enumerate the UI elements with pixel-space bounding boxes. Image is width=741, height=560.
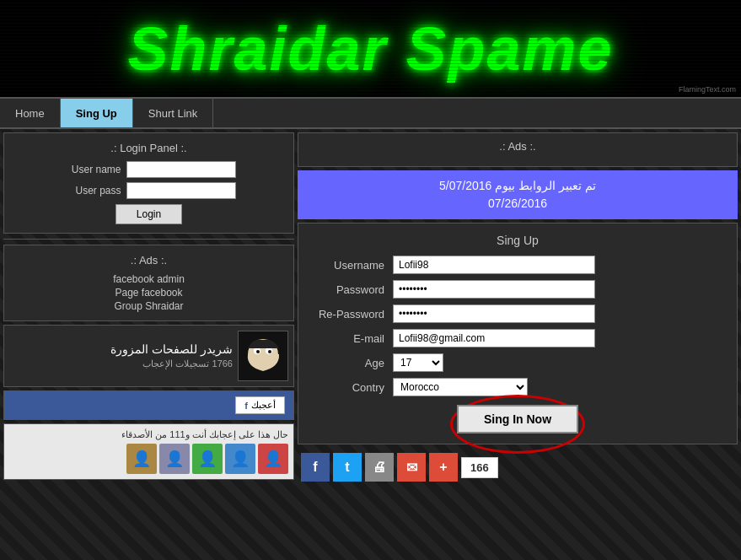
promo-text: شريدر للصفحات المزورة 1766 تسجيلات الإعج…	[9, 342, 233, 371]
ads-marquee: تم تعبير الروابط بيوم 5/07/2016 07/26/20…	[298, 170, 738, 219]
divider	[3, 239, 294, 240]
form-username-input[interactable]	[393, 256, 595, 274]
nav-item-home[interactable]: Home	[0, 99, 61, 127]
password-label: User pass	[62, 185, 121, 197]
fb-icon: f	[244, 401, 248, 411]
right-panel: .: Ads :. تم تعبير الروابط بيوم 5/07/201…	[298, 132, 738, 487]
plus-icon: +	[439, 460, 447, 475]
login-button[interactable]: Login	[115, 204, 182, 224]
form-row-repassword: Re-Password	[309, 304, 727, 323]
facebook-share-button[interactable]: f	[301, 453, 330, 482]
login-panel-title: .: Login Panel :.	[13, 142, 285, 154]
print-button[interactable]: 🖨	[365, 453, 394, 482]
mail-icon: ✉	[406, 460, 417, 476]
marquee-line1: تم تعبير الروابط بيوم 5/07/2016	[306, 177, 729, 195]
form-row-email: E-mail	[309, 329, 727, 347]
ads-left-panel: .: Ads :. facebook admin Page facebook G…	[3, 245, 294, 321]
ads-right-title: .: Ads :.	[305, 140, 730, 153]
social-bar: f t 🖨 ✉ + 166	[298, 448, 738, 487]
form-row-age: Age 17 15 16 18 19 20	[309, 353, 727, 372]
left-panel: .: Login Panel :. User name User pass Lo…	[3, 132, 294, 487]
friends-box: حال هذا على إعجابك أنت و111 من الأصدقاء …	[3, 423, 294, 480]
form-row-password: Password	[309, 280, 727, 299]
site-title: Shraidar Spame	[127, 14, 613, 83]
friend-avatar-3: 👤	[192, 444, 223, 474]
promo-avatar	[238, 331, 288, 381]
form-repassword-input[interactable]	[393, 304, 595, 323]
form-username-label: Username	[309, 259, 393, 272]
ads-links: facebook admin Page facebook Group Shrai…	[13, 273, 285, 312]
promo-title: شريدر للصفحات المزورة	[9, 342, 233, 358]
fb-like-button[interactable]: f أعجبك	[235, 396, 285, 414]
fb-like-label: أعجبك	[251, 400, 276, 411]
promo-subtitle: 1766 تسجيلات الإعجاب	[9, 358, 233, 370]
form-password-input[interactable]	[393, 280, 595, 299]
fb-like-box: f أعجبك	[3, 390, 294, 420]
login-panel: .: Login Panel :. User name User pass Lo…	[3, 132, 294, 234]
friend-avatar-5: 👤	[126, 444, 157, 474]
form-country-label: Contry	[309, 381, 393, 394]
username-input[interactable]	[126, 161, 236, 178]
friend-avatar-2: 👤	[225, 444, 255, 474]
age-select[interactable]: 17 15 16 18 19 20	[393, 353, 443, 372]
ads-right-panel: .: Ads :.	[298, 132, 738, 167]
form-password-label: Password	[309, 283, 393, 296]
marquee-line2: 07/26/2016	[306, 195, 729, 213]
ads-left-title: .: Ads :.	[13, 254, 285, 267]
promo-avatar-image	[240, 333, 287, 380]
svg-point-5	[268, 350, 271, 353]
ads-link-0[interactable]: facebook admin	[113, 273, 185, 285]
signup-title: Sing Up	[309, 234, 727, 247]
plus-share-button[interactable]: +	[429, 453, 458, 482]
ads-link-1[interactable]: Page facebook	[115, 287, 182, 299]
friend-avatar-4: 👤	[159, 444, 190, 474]
country-select[interactable]: Morocco Algeria Tunisia Egypt Saudi Arab…	[393, 378, 528, 396]
friend-avatar-1: 👤	[258, 444, 288, 474]
twitter-share-button[interactable]: t	[333, 453, 362, 482]
svg-point-4	[256, 350, 260, 353]
nav-item-singup[interactable]: Sing Up	[61, 99, 133, 127]
twitter-icon: t	[345, 460, 349, 475]
form-email-input[interactable]	[393, 329, 595, 347]
form-repassword-label: Re-Password	[309, 308, 393, 320]
signin-now-button[interactable]: Sing In Now	[457, 405, 578, 433]
main-layout: .: Login Panel :. User name User pass Lo…	[0, 129, 741, 490]
username-label: User name	[62, 164, 121, 175]
nav-item-shurtlink[interactable]: Shurt Link	[133, 99, 214, 127]
header-banner: Shraidar Spame FlamingText.com	[0, 0, 741, 97]
form-row-country: Contry Morocco Algeria Tunisia Egypt Sau…	[309, 378, 727, 396]
friends-avatars: 👤 👤 👤 👤 👤	[9, 444, 288, 474]
arabic-promo: شريدر للصفحات المزورة 1766 تسجيلات الإعج…	[3, 325, 294, 387]
form-age-label: Age	[309, 357, 393, 369]
signup-panel: Sing Up Username Password Re-Password E-…	[298, 223, 738, 444]
form-row-username: Username	[309, 256, 727, 274]
age-row: 17 15 16 18 19 20	[393, 353, 443, 372]
facebook-icon: f	[313, 460, 317, 475]
flaming-credit: FlamingText.com	[679, 85, 736, 94]
password-input[interactable]	[126, 182, 236, 199]
friends-text: حال هذا على إعجابك أنت و111 من الأصدقاء	[9, 429, 288, 440]
signup-btn-row: Sing In Now	[309, 405, 727, 433]
print-icon: 🖨	[373, 460, 386, 475]
navbar: Home Sing Up Shurt Link	[0, 97, 741, 129]
share-count-badge: 166	[461, 457, 498, 478]
ads-link-2[interactable]: Group Shraidar	[114, 300, 183, 312]
form-email-label: E-mail	[309, 332, 393, 345]
mail-share-button[interactable]: ✉	[397, 453, 426, 482]
